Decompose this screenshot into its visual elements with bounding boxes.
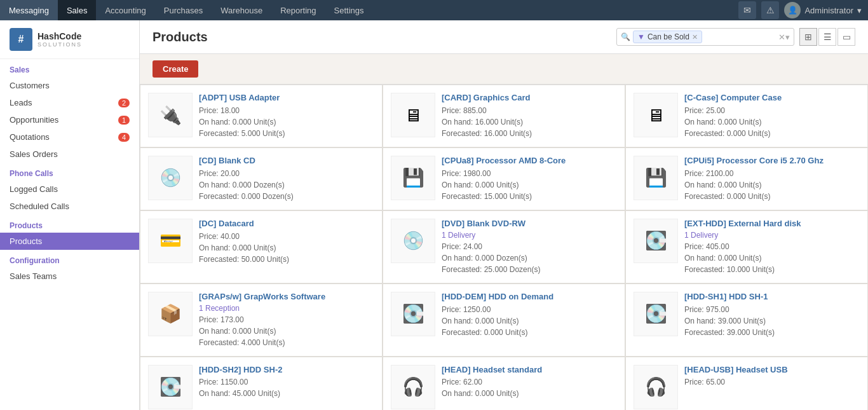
top-navigation: Messaging Sales Accounting Purchases War… (0, 0, 868, 20)
sidebar-item-leads[interactable]: Leads 2 (0, 94, 139, 111)
product-name: [EXT-HDD] External Hard disk (684, 219, 860, 229)
product-card[interactable]: 🖥 [C-Case] Computer Case Price: 25.00 On… (625, 85, 868, 147)
product-card[interactable]: 🎧 [HEAD] Headset standard Price: 62.00 O… (383, 357, 625, 410)
product-card[interactable]: 💳 [DC] Datacard Price: 40.00 On hand: 0.… (140, 210, 383, 284)
product-card[interactable]: 💽 [EXT-HDD] External Hard disk 1 Deliver… (625, 210, 868, 284)
product-card[interactable]: 💽 [HDD-SH1] HDD SH-1 Price: 975.00 On ha… (625, 284, 868, 357)
product-image: 💿 (148, 156, 193, 200)
product-card[interactable]: 📦 [GRAPs/w] GrapWorks Software 1 Recepti… (140, 284, 383, 357)
product-card[interactable]: 💽 [HDD-SH2] HDD SH-2 Price: 1150.00 On h… (140, 357, 383, 410)
product-card[interactable]: 💽 [HDD-DEM] HDD on Demand Price: 1250.00… (383, 284, 625, 357)
logo-text-block: HashCode SOLUTIONS (37, 31, 82, 48)
product-price: Price: 25.00 (684, 105, 860, 116)
product-on-hand: On hand: 0.000 Unit(s) (442, 179, 617, 191)
product-info: [CARD] Graphics Card Price: 885.00 On ha… (442, 93, 617, 139)
product-name: [ADPT] USB Adapter (199, 93, 374, 104)
product-info: [CD] Blank CD Price: 20.00 On hand: 0.00… (199, 156, 374, 202)
product-forecasted: Forecasted: 0.000 Dozen(s) (199, 191, 374, 202)
product-on-hand: On hand: 0.000 Unit(s) (199, 242, 374, 254)
product-forecasted: Forecasted: 0.000 Unit(s) (684, 128, 860, 139)
nav-sales[interactable]: Sales (58, 0, 97, 20)
product-name: [C-Case] Computer Case (684, 93, 860, 104)
logo-sub: SOLUTIONS (37, 41, 82, 48)
phone-calls-section-title: Phone Calls (0, 163, 139, 181)
sidebar-item-sales-orders[interactable]: Sales Orders (0, 146, 139, 163)
mail-icon[interactable]: ✉ (738, 1, 756, 19)
product-card[interactable]: 💿 [DVD] Blank DVD-RW 1 Delivery Price: 2… (383, 210, 625, 284)
nav-right: ✉ ⚠ 👤 Administrator ▾ (738, 1, 868, 19)
logo-name: HashCode (37, 31, 82, 42)
search-bar[interactable]: 🔍 ▼ Can be Sold ✕ ✕ ▾ (616, 28, 794, 46)
nav-purchases[interactable]: Purchases (155, 0, 212, 20)
product-forecasted: Forecasted: 10.000 Unit(s) (684, 264, 860, 275)
search-dropdown-btn[interactable]: ▾ (785, 32, 790, 42)
quotations-badge: 4 (118, 133, 130, 142)
product-image: 💾 (634, 156, 678, 200)
nav-messaging[interactable]: Messaging (0, 0, 58, 20)
nav-warehouse[interactable]: Warehouse (212, 0, 271, 20)
product-name: [CPUa8] Processor AMD 8-Core (442, 156, 617, 167)
product-forecasted: Forecasted: 15.000 Unit(s) (442, 191, 617, 202)
alert-icon[interactable]: ⚠ (761, 1, 779, 19)
product-image: 💿 (391, 219, 435, 263)
product-on-hand: On hand: 45.000 Unit(s) (199, 388, 374, 399)
sidebar-item-quotations[interactable]: Quotations 4 (0, 128, 139, 146)
product-price: Price: 1980.00 (442, 168, 617, 179)
detail-view-btn[interactable]: ▭ (837, 28, 855, 46)
product-price: Price: 65.00 (684, 376, 860, 388)
product-card[interactable]: 🎧 [HEAD-USB] Headset USB Price: 65.00 (625, 357, 868, 410)
product-forecasted: Forecasted: 0.000 Unit(s) (684, 191, 860, 202)
filter-label: Can be Sold (648, 32, 689, 41)
products-grid: 🔌 [ADPT] USB Adapter Price: 18.00 On han… (140, 85, 868, 410)
product-info: [HDD-DEM] HDD on Demand Price: 1250.00 O… (442, 292, 617, 338)
grid-view-btn[interactable]: ⊞ (799, 28, 817, 46)
list-view-btn[interactable]: ☰ (818, 28, 836, 46)
header-right: 🔍 ▼ Can be Sold ✕ ✕ ▾ ⊞ ☰ ▭ (616, 28, 855, 46)
product-info: [CPUi5] Processor Core i5 2.70 Ghz Price… (684, 156, 860, 202)
product-image: 💳 (148, 219, 193, 263)
product-name: [HDD-SH1] HDD SH-1 (684, 292, 860, 303)
product-forecasted: Forecasted: 39.000 Unit(s) (684, 327, 860, 338)
product-card[interactable]: 💾 [CPUa8] Processor AMD 8-Core Price: 19… (383, 147, 625, 210)
logo-icon: # (10, 28, 32, 51)
sidebar-item-products[interactable]: Products (0, 233, 139, 250)
sidebar-item-sales-teams[interactable]: Sales Teams (0, 268, 139, 285)
product-image: 📦 (148, 292, 193, 336)
sidebar-item-logged-calls[interactable]: Logged Calls (0, 181, 139, 198)
product-price: Price: 405.00 (684, 241, 860, 252)
nav-settings[interactable]: Settings (325, 0, 373, 20)
search-clear-btn[interactable]: ✕ (778, 32, 785, 42)
filter-remove-btn[interactable]: ✕ (692, 33, 698, 41)
page-title: Products (153, 30, 208, 44)
content-area: 🔌 [ADPT] USB Adapter Price: 18.00 On han… (140, 85, 868, 410)
product-on-hand: On hand: 0.000 Dozen(s) (199, 179, 374, 191)
sidebar-item-opportunities[interactable]: Opportunities 1 (0, 111, 139, 128)
product-info: [HEAD] Headset standard Price: 62.00 On … (442, 365, 617, 400)
nav-accounting[interactable]: Accounting (96, 0, 154, 20)
product-on-hand: On hand: 0.000 Unit(s) (199, 116, 374, 128)
product-on-hand: On hand: 0.000 Unit(s) (442, 388, 617, 399)
nav-reporting[interactable]: Reporting (271, 0, 325, 20)
product-card[interactable]: 💾 [CPUi5] Processor Core i5 2.70 Ghz Pri… (625, 147, 868, 210)
product-name: [CARD] Graphics Card (442, 93, 617, 104)
sales-section-title: Sales (0, 59, 139, 77)
product-price: Price: 24.00 (442, 241, 617, 252)
product-price: Price: 173.00 (199, 314, 374, 325)
product-delivery: 1 Delivery (442, 231, 617, 240)
opportunities-badge: 1 (118, 116, 130, 125)
product-card[interactable]: 💿 [CD] Blank CD Price: 20.00 On hand: 0.… (140, 147, 383, 210)
product-forecasted: Forecasted: 25.000 Dozen(s) (442, 264, 617, 275)
sidebar-item-scheduled-calls[interactable]: Scheduled Calls (0, 198, 139, 215)
product-card[interactable]: 🔌 [ADPT] USB Adapter Price: 18.00 On han… (140, 85, 383, 147)
product-forecasted: Forecasted: 0.000 Unit(s) (442, 327, 617, 338)
user-menu[interactable]: 👤 Administrator ▾ (784, 2, 862, 18)
product-card[interactable]: 🖥 [CARD] Graphics Card Price: 885.00 On … (383, 85, 625, 147)
create-button[interactable]: Create (153, 60, 198, 78)
sidebar-item-customers[interactable]: Customers (0, 77, 139, 94)
product-forecasted: Forecasted: 50.000 Unit(s) (199, 254, 374, 265)
product-name: [HDD-DEM] HDD on Demand (442, 292, 617, 303)
logo: # HashCode SOLUTIONS (0, 20, 139, 59)
view-toggle: ⊞ ☰ ▭ (799, 28, 855, 46)
product-info: [HDD-SH1] HDD SH-1 Price: 975.00 On hand… (684, 292, 860, 338)
product-image: 💽 (148, 365, 193, 409)
